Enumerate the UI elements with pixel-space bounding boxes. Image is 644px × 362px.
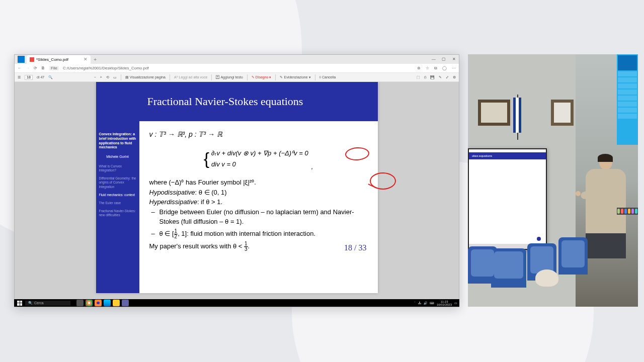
draw-button[interactable]: ✎ Disegno ▾ — [252, 75, 272, 79]
collections-icon[interactable]: ⧉ — [434, 66, 437, 71]
projector-screen: okes equations — [468, 148, 547, 250]
sidebar-sec-0[interactable]: What is Convex Integration? — [99, 164, 136, 172]
sidebar-sec-4[interactable]: Fractional Navier-Stokes: new difficulti… — [99, 209, 136, 217]
bullet-theta: θ ∈ [12, 1]: fluid motion with internal … — [159, 229, 368, 239]
outline-item[interactable] — [618, 96, 637, 101]
pdf-viewport[interactable]: Convex Integration: a brief introduction… — [15, 82, 459, 307]
projector-slide-title: okes equations — [469, 152, 546, 159]
camera-feed: okes equations const data = JSON.parse(d… — [468, 54, 638, 307]
eq-divergence: div v = 0 — [211, 159, 308, 169]
tab-close-button[interactable]: ✕ — [84, 57, 88, 62]
fourier-line: where (−Δ)ᶿ has Fourier symbol |ξ|²ᶿ. — [149, 177, 368, 188]
zoom-in-icon[interactable]: + — [100, 75, 102, 79]
close-window-button[interactable]: ✕ — [449, 55, 459, 63]
outline-current[interactable] — [618, 55, 637, 70]
slide-page-number: 18 / 33 — [344, 242, 366, 254]
url-prefix: File — [49, 66, 59, 70]
tray-clock[interactable]: 11:2316/02/2023 — [437, 300, 452, 306]
outline-item[interactable] — [618, 114, 637, 119]
firefox-icon[interactable] — [95, 300, 102, 306]
windows-taskbar: 🔍Cerca ˄ 🖧 🔊 ⌨ 11:2316/02/2023 ▭ — [14, 299, 459, 307]
slide-sidebar-title: Convex Integration: a brief introduction… — [99, 132, 136, 150]
audience-chairs — [468, 246, 638, 307]
chrome-icon[interactable] — [86, 300, 93, 306]
start-button[interactable] — [16, 300, 23, 307]
math-domain-line: v : 𝕋³ → ℝ³, p : 𝕋³ → ℝ — [149, 129, 368, 140]
add-text-button[interactable]: 🅃 Aggiungi testo — [216, 75, 243, 79]
outline-item[interactable] — [618, 89, 637, 95]
tray-network-icon[interactable]: 🖧 — [418, 302, 421, 305]
pdf-toolbar: ☰ di 47 🔍 − + ⟲ ▭ ▤ Visualizzazione pagi… — [15, 73, 459, 82]
task-view-icon[interactable] — [76, 300, 84, 306]
menu-icon[interactable]: ⋯ — [452, 66, 456, 71]
sidebar-toggle-icon[interactable]: ☰ — [18, 75, 21, 79]
fullscreen-icon[interactable]: ⤢ — [446, 75, 449, 79]
erase-button[interactable]: ◊ Cancella — [319, 75, 336, 79]
rotate-icon[interactable]: ⟲ — [106, 75, 109, 79]
tray-lang-icon[interactable]: ⌨ — [430, 301, 434, 305]
wall-picture-right — [551, 100, 574, 126]
outline-item[interactable] — [618, 71, 637, 76]
outline-item[interactable] — [618, 77, 637, 82]
outline-item[interactable] — [618, 102, 637, 107]
slide-author: Michele Gorini — [99, 155, 136, 158]
new-tab-button[interactable]: + — [92, 57, 99, 62]
url-bar: ← → ⟳ 🗎 File C:/Users/regia%2001/Desktop… — [15, 64, 459, 73]
back-button[interactable]: ← — [18, 66, 22, 70]
equation-block: { ∂ₜv + div(v ⊗ v) + ∇p + (−Δ)ᶿv = 0 div… — [149, 146, 368, 171]
pointer-icon[interactable]: ⬚ — [417, 75, 420, 79]
taskbar-search[interactable]: 🔍Cerca — [25, 301, 70, 306]
page-count-label: di 47 — [37, 75, 44, 79]
pdf-file-icon — [30, 57, 34, 62]
refresh-button[interactable]: ⟳ — [34, 66, 37, 70]
tab-strip: *Slides_Como.pdf ✕ + — ▢ ✕ — [15, 55, 459, 64]
highlight-button[interactable]: ✎ Evidenziazione ▾ — [280, 75, 310, 79]
teams-icon[interactable] — [122, 300, 129, 306]
save-as-icon[interactable]: ✎ — [439, 75, 442, 79]
result-line: My paper's result works with θ < 13. — [149, 241, 368, 252]
url-text[interactable]: C:/Users/regia%2001/Desktop/Slides_Como.… — [63, 66, 413, 70]
brace-icon: { — [204, 146, 209, 171]
minimize-button[interactable]: — — [429, 55, 439, 63]
tray-chevron-icon[interactable]: ˄ — [414, 301, 416, 305]
slide-page: Convex Integration: a brief introduction… — [96, 82, 378, 293]
outline-panel — [617, 54, 638, 145]
search-icon: 🔍 — [28, 301, 33, 305]
search-icon[interactable]: 🔍 — [48, 75, 53, 79]
save-icon[interactable]: 💾 — [430, 75, 435, 79]
forward-button[interactable]: → — [26, 66, 30, 70]
red-circle-laplacian — [345, 146, 370, 161]
hyperdissipative-line: Hyperdissipative: if θ > 1. — [149, 197, 368, 207]
eq-momentum: ∂ₜv + div(v ⊗ v) + ∇p + (−Δ)ᶿv = 0 — [211, 149, 308, 157]
eq-comma: , — [311, 162, 313, 172]
read-aloud-button[interactable]: Aᵇ Leggi ad alta voce — [174, 75, 208, 79]
profile-icon[interactable]: ◯ — [442, 66, 447, 71]
file-icon: 🗎 — [41, 66, 45, 70]
task-icons — [76, 300, 129, 306]
zoom-out-icon[interactable]: − — [94, 75, 96, 79]
sidebar-sec-1[interactable]: Differential Geometry: the origins of Co… — [99, 176, 136, 189]
tray-notifications-icon[interactable]: ▭ — [454, 301, 457, 305]
sidebar-sec-3[interactable]: The Euler case — [99, 201, 136, 205]
window-controls: — ▢ ✕ — [429, 55, 459, 63]
maximize-button[interactable]: ▢ — [439, 55, 449, 63]
settings-icon[interactable]: ⚙ — [453, 75, 456, 79]
explorer-icon[interactable] — [113, 300, 120, 306]
print-icon[interactable]: ⎙ — [424, 75, 426, 79]
projector-dot — [537, 237, 541, 241]
sidebar-sec-2[interactable]: Fluid mechanics: context — [99, 193, 136, 197]
outline-item[interactable] — [618, 83, 637, 88]
bullet-bridge: Bridge between Euler (no diffusion – no … — [159, 207, 368, 227]
zoom-icon[interactable]: ⊕ — [417, 66, 421, 71]
tab-slides-pdf[interactable]: *Slides_Como.pdf ✕ — [27, 55, 91, 64]
system-tray: ˄ 🖧 🔊 ⌨ 11:2316/02/2023 ▭ — [414, 300, 457, 306]
fit-page-icon[interactable]: ▭ — [113, 75, 117, 79]
tray-volume-icon[interactable]: 🔊 — [424, 301, 427, 305]
tab-title: *Slides_Como.pdf — [36, 57, 68, 62]
page-view-button[interactable]: ▤ Visualizzazione pagina — [125, 75, 166, 79]
outline-item[interactable] — [618, 108, 637, 113]
browser-window: *Slides_Como.pdf ✕ + — ▢ ✕ ← → ⟳ 🗎 File … — [14, 54, 459, 307]
edge-taskbar-icon[interactable] — [104, 300, 111, 306]
favorite-icon[interactable]: ☆ — [426, 66, 429, 71]
page-number-input[interactable] — [25, 75, 33, 80]
